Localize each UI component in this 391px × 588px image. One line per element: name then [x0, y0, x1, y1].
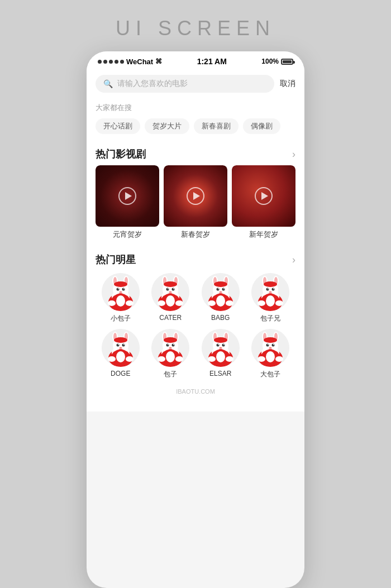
svg-point-32	[169, 291, 172, 293]
star-avatar-3	[251, 273, 289, 311]
tag-3[interactable]: 偶像剧	[243, 118, 280, 134]
svg-point-104	[169, 347, 172, 349]
svg-point-29	[172, 288, 175, 291]
svg-point-67	[273, 288, 274, 289]
svg-point-16	[126, 300, 133, 306]
hot-stars-header: 热门明星 ›	[87, 246, 304, 271]
svg-point-35	[166, 295, 175, 307]
carrier-label: WeChat	[126, 58, 153, 66]
svg-point-50	[219, 291, 222, 293]
page-title: UI SCREEN	[116, 17, 275, 40]
svg-point-15	[108, 300, 116, 306]
star-avatar-7	[251, 329, 289, 367]
svg-point-70	[275, 300, 283, 306]
star-avatar-2	[202, 273, 240, 311]
play-button-1[interactable]	[187, 187, 204, 205]
status-left: WeChat ⌘	[98, 58, 162, 66]
status-right: 100%	[261, 58, 293, 65]
watermark: IBAOTU.COM	[87, 385, 304, 400]
hot-stars-more[interactable]: ›	[292, 254, 295, 266]
svg-point-34	[175, 300, 183, 306]
svg-point-83	[122, 344, 125, 347]
svg-point-139	[273, 344, 274, 345]
svg-point-11	[122, 288, 125, 291]
tag-1[interactable]: 贺岁大片	[145, 118, 189, 134]
svg-point-28	[166, 288, 169, 291]
play-button-2[interactable]	[255, 187, 273, 205]
star-item-3[interactable]: 包子兄	[246, 273, 296, 323]
svg-point-47	[222, 288, 225, 291]
star-item-4[interactable]: DOGE	[96, 329, 146, 379]
search-icon: 🔍	[103, 79, 113, 88]
video-label-2: 新年贺岁	[232, 227, 295, 241]
video-label-1: 新春贺岁	[164, 227, 227, 241]
play-icon-2	[261, 192, 268, 200]
svg-point-12	[118, 288, 119, 289]
tags-row: 开心话剧 贺岁大片 新春喜剧 偶像剧	[87, 116, 304, 141]
svg-point-123	[208, 356, 216, 362]
star-item-5[interactable]: 包子	[146, 329, 196, 379]
svg-point-82	[116, 344, 119, 347]
star-name-1: CATER	[159, 314, 182, 322]
svg-point-117	[218, 338, 223, 342]
video-card-1[interactable]: 新春贺岁	[164, 165, 227, 241]
svg-point-49	[223, 288, 225, 289]
video-thumb-1	[164, 165, 227, 227]
svg-point-84	[118, 344, 119, 345]
video-card-2[interactable]: 新年贺岁	[232, 165, 295, 241]
stars-grid: 小包子	[87, 271, 304, 385]
svg-point-120	[218, 344, 219, 345]
svg-point-64	[266, 288, 269, 291]
svg-point-27	[168, 282, 173, 286]
star-name-5: 包子	[164, 370, 177, 379]
hot-dramas-header: 热门影视剧 ›	[87, 141, 304, 165]
star-item-1[interactable]: CATER	[146, 273, 196, 323]
star-avatar-1	[151, 273, 189, 311]
cancel-button[interactable]: 取消	[280, 79, 295, 89]
star-name-0: 小包子	[111, 314, 131, 323]
svg-point-14	[119, 291, 122, 293]
svg-point-30	[168, 288, 169, 289]
tag-0[interactable]: 开心话剧	[96, 118, 140, 134]
svg-point-141	[258, 356, 265, 362]
star-item-0[interactable]: 小包子	[96, 273, 146, 323]
battery-icon	[281, 59, 293, 65]
star-avatar-6	[202, 329, 240, 367]
svg-point-138	[268, 344, 269, 345]
search-input-wrapper[interactable]: 🔍 请输入您喜欢的电影	[96, 75, 274, 93]
svg-point-135	[268, 338, 273, 342]
svg-point-86	[119, 347, 122, 349]
svg-point-17	[116, 295, 125, 307]
svg-point-125	[216, 351, 225, 362]
video-card-0[interactable]: 元宵贺岁	[96, 165, 159, 241]
svg-point-10	[116, 288, 119, 291]
svg-point-87	[108, 356, 116, 362]
svg-point-106	[175, 356, 183, 362]
svg-point-122	[219, 347, 222, 349]
star-item-6[interactable]: ELSAR	[196, 329, 246, 379]
svg-point-137	[272, 344, 275, 347]
star-item-7[interactable]: 大包子	[246, 329, 296, 379]
svg-point-118	[216, 344, 219, 347]
svg-point-99	[168, 338, 173, 342]
video-thumb-0	[96, 165, 159, 227]
svg-point-65	[272, 288, 275, 291]
svg-point-102	[168, 344, 169, 345]
star-name-7: 大包子	[260, 370, 280, 379]
tag-2[interactable]: 新春喜剧	[194, 118, 239, 134]
star-item-2[interactable]: BABG	[196, 273, 246, 323]
svg-point-81	[118, 338, 123, 342]
svg-point-9	[118, 282, 123, 286]
play-button-0[interactable]	[118, 187, 136, 205]
hot-dramas-more[interactable]: ›	[292, 149, 295, 160]
star-avatar-5	[151, 329, 189, 367]
svg-point-136	[266, 344, 269, 347]
status-bar: WeChat ⌘ 1:21 AM 100%	[87, 51, 304, 69]
video-row: 元宵贺岁 新春贺岁 新年贺岁	[87, 165, 304, 246]
svg-point-100	[166, 344, 169, 347]
svg-point-45	[218, 282, 223, 286]
svg-point-124	[226, 356, 233, 362]
svg-point-66	[268, 288, 269, 289]
hot-stars-title: 热门明星	[96, 253, 136, 266]
svg-point-140	[269, 347, 272, 349]
